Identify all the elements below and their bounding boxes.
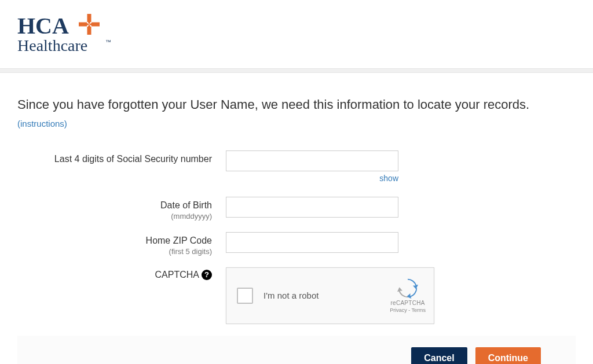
zip-label-col: Home ZIP Code (first 5 digits) xyxy=(17,232,226,256)
ssn-input-col: show xyxy=(226,150,398,171)
logo-hca-text: HCA xyxy=(17,13,69,39)
dob-input-col xyxy=(226,197,398,218)
dob-hint: (mmddyyyy) xyxy=(17,212,212,220)
captcha-input-col: I'm not a robot reCAPTCHA Privacy - Term… xyxy=(226,267,434,324)
ssn-row: Last 4 digits of Social Security number … xyxy=(17,150,576,171)
plus-icon xyxy=(79,14,100,35)
footer-bar: Cancel Continue xyxy=(17,336,576,364)
dob-row: Date of Birth (mmddyyyy) xyxy=(17,197,576,220)
help-icon[interactable]: ? xyxy=(202,270,212,280)
recaptcha-text: I'm not a robot xyxy=(263,291,390,300)
form: Last 4 digits of Social Security number … xyxy=(17,150,576,324)
recaptcha-brand: reCAPTCHA xyxy=(390,300,424,306)
instructions-link[interactable]: (instructions) xyxy=(17,119,67,128)
ssn-show-link[interactable]: show xyxy=(379,174,398,183)
cancel-button[interactable]: Cancel xyxy=(411,347,467,364)
header-divider xyxy=(0,68,593,73)
ssn-input[interactable] xyxy=(226,150,398,171)
content: Since you have forgotten your User Name,… xyxy=(0,73,593,364)
captcha-label: CAPTCHA xyxy=(155,270,199,280)
ssn-label: Last 4 digits of Social Security number xyxy=(17,154,212,164)
dob-label-col: Date of Birth (mmddyyyy) xyxy=(17,197,226,220)
recaptcha-branding: reCAPTCHA Privacy - Terms xyxy=(390,278,426,313)
zip-label: Home ZIP Code xyxy=(17,236,212,246)
page-heading: Since you have forgotten your User Name,… xyxy=(17,96,576,132)
zip-input-col xyxy=(226,232,398,253)
heading-text: Since you have forgotten your User Name,… xyxy=(17,97,529,112)
dob-label: Date of Birth xyxy=(17,200,212,211)
hca-logo-svg: HCA Healthcare ™ xyxy=(17,12,122,56)
recaptcha-icon xyxy=(397,278,418,299)
continue-button[interactable]: Continue xyxy=(475,347,541,364)
captcha-row: CAPTCHA ? I'm not a robot reCAPTCHA Priv… xyxy=(17,267,576,324)
recaptcha-checkbox[interactable] xyxy=(237,288,253,304)
recaptcha-links[interactable]: Privacy - Terms xyxy=(390,307,426,313)
zip-row: Home ZIP Code (first 5 digits) xyxy=(17,232,576,256)
logo-healthcare-text: Healthcare xyxy=(17,36,87,54)
ssn-label-col: Last 4 digits of Social Security number xyxy=(17,150,226,164)
recaptcha-box: I'm not a robot reCAPTCHA Privacy - Term… xyxy=(226,267,434,324)
dob-input[interactable] xyxy=(226,197,398,218)
zip-hint: (first 5 digits) xyxy=(17,247,212,256)
logo: HCA Healthcare ™ xyxy=(17,12,122,58)
zip-input[interactable] xyxy=(226,232,398,253)
header: HCA Healthcare ™ xyxy=(0,0,593,64)
svg-text:™: ™ xyxy=(105,39,111,45)
captcha-label-col: CAPTCHA ? xyxy=(17,267,226,280)
